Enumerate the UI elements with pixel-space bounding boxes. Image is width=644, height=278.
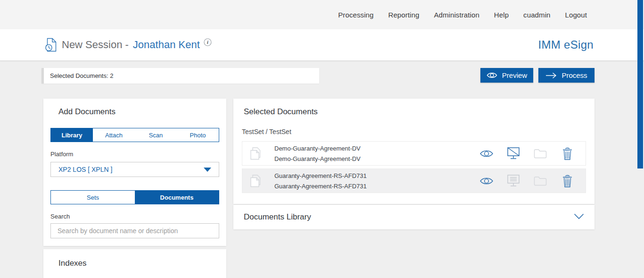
document-description: Demo-Guaranty-Agreement-DV [274,155,479,162]
selected-documents-title: Selected Documents [244,107,318,117]
indexes-title: Indexes [58,259,87,268]
documents-library-panel[interactable]: Documents Library [233,205,594,229]
documents-library-title: Documents Library [244,212,311,222]
session-user-name[interactable]: Jonathan Kent [133,39,200,51]
platform-selected-value: XP2 LOS [ XPLN ] [58,166,112,173]
info-icon[interactable]: i [204,38,212,46]
folder-icon[interactable] [533,146,547,160]
svg-text:i: i [207,40,208,45]
esign-page: Processing Reporting Administration Help… [0,0,644,278]
remote-session-off-icon[interactable] [506,146,520,160]
toggle-documents[interactable]: Documents [135,191,219,204]
page-title: New Session - [62,39,129,51]
toggle-sets[interactable]: Sets [51,191,135,204]
add-documents-panel: Add Documents Library Attach Scan Photo … [43,99,226,246]
tab-attach[interactable]: Attach [93,128,135,142]
indexes-panel: Indexes [43,249,226,278]
preview-eye-icon [487,72,497,79]
nav-help[interactable]: Help [494,11,509,19]
platform-select[interactable]: XP2 LOS [ XPLN ] [50,162,219,177]
remote-session-disabled-icon[interactable] [506,174,520,188]
document-set-label: TestSet / TestSet [242,128,291,135]
preview-button[interactable]: Preview [480,68,533,83]
search-input[interactable] [50,223,219,238]
document-name: Guaranty-Agreement-RS-AFD731 [274,172,479,179]
platform-label: Platform [50,151,73,158]
nav-reporting[interactable]: Reporting [388,11,419,19]
process-arrow-icon [545,72,557,79]
view-document-icon[interactable] [479,174,494,188]
selected-documents-banner: Selected Documents: 2 [41,68,319,84]
delete-document-icon[interactable] [560,146,574,160]
process-button[interactable]: Process [538,68,594,83]
selected-documents-panel: Selected Documents TestSet / TestSet Dem… [233,99,594,204]
nav-processing[interactable]: Processing [338,11,373,19]
tab-photo[interactable]: Photo [177,128,219,142]
folder-icon[interactable] [533,174,547,188]
tab-library[interactable]: Library [51,128,93,142]
tab-scan[interactable]: Scan [135,128,177,142]
top-navigation: Processing Reporting Administration Help… [0,0,644,29]
document-row: Guaranty-Agreement-RS-AFD731 Guaranty-Ag… [242,168,586,193]
chevron-down-icon[interactable] [574,213,584,219]
document-stack-icon [249,174,261,188]
document-description: Guaranty-Agreement-RS-AFD731 [274,183,479,190]
process-button-label: Process [561,71,587,79]
app-header: New Session - Jonathan Kent i IMM eSign [0,29,644,61]
vertical-scrollbar[interactable] [637,0,643,168]
sets-documents-toggle: Sets Documents [50,190,219,204]
document-name: Demo-Guaranty-Agreement-DV [274,145,479,152]
nav-logout[interactable]: Logout [565,11,587,19]
add-documents-title: Add Documents [58,107,116,117]
document-stack-icon [249,146,261,160]
selected-documents-count: Selected Documents: 2 [50,72,113,79]
view-document-icon[interactable] [479,146,494,160]
nav-cuadmin[interactable]: cuadmin [523,11,550,19]
preview-button-label: Preview [502,71,527,79]
add-documents-tabs: Library Attach Scan Photo [50,128,219,142]
dropdown-caret-icon [204,168,211,172]
delete-document-icon[interactable] [560,174,574,188]
session-history-icon [45,38,57,52]
document-row: Demo-Guaranty-Agreement-DV Demo-Guaranty… [242,141,586,166]
search-label: Search [50,213,70,220]
nav-administration[interactable]: Administration [434,11,479,19]
brand-logo: IMM eSign [538,38,594,51]
